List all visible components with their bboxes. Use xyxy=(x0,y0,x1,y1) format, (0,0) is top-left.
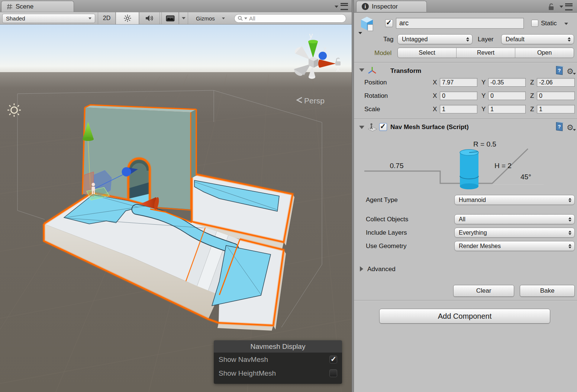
gizmos-label: Gizmos xyxy=(196,15,215,22)
axis-z-label: Z xyxy=(530,106,534,113)
scene-panel: Scene Shaded 2D xyxy=(0,0,352,392)
rotation-z-field[interactable]: 0 xyxy=(537,91,575,100)
diagram-radius-label: R = 0.5 xyxy=(473,140,496,148)
info-icon: i xyxy=(362,3,369,10)
show-navmesh-checkbox[interactable] xyxy=(329,356,337,363)
shading-mode-dropdown[interactable]: Shaded xyxy=(2,14,95,23)
inspector-menu[interactable] xyxy=(560,3,573,10)
show-heightmesh-checkbox[interactable] xyxy=(329,369,337,377)
lock-icon[interactable] xyxy=(548,3,554,10)
include-layers-label: Include Layers xyxy=(366,229,407,237)
navmesh-surface-icon xyxy=(367,123,378,132)
model-revert-button[interactable]: Revert xyxy=(457,48,515,58)
axis-z-label: Z xyxy=(530,92,534,100)
panel-dropdown-icon[interactable] xyxy=(335,6,338,8)
layer-label: Layer xyxy=(478,36,494,43)
scale-x-field[interactable]: 1 xyxy=(440,105,477,113)
active-checkbox[interactable] xyxy=(385,19,393,27)
axis-z-label: Z xyxy=(530,79,534,86)
advanced-label: Advanced xyxy=(367,266,396,273)
axis-x-label: X xyxy=(433,79,437,86)
scene-toolbar: Shaded 2D xyxy=(0,12,352,25)
speaker-icon xyxy=(145,15,154,22)
2d-label: 2D xyxy=(103,15,110,22)
effects-dropdown-button[interactable] xyxy=(179,12,188,24)
transform-title: Transform xyxy=(390,67,421,75)
projection-label[interactable]: Persp xyxy=(304,96,325,105)
search-scope-dropdown-icon[interactable] xyxy=(244,17,247,19)
include-layers-dropdown[interactable]: Everything xyxy=(454,228,575,238)
diagram-step-label: 0.75 xyxy=(390,162,404,170)
model-open-button[interactable]: Open xyxy=(515,48,574,58)
gear-icon[interactable]: ⚙ xyxy=(567,67,574,75)
bake-button[interactable]: Bake xyxy=(520,285,575,297)
scale-y-field[interactable]: 1 xyxy=(488,105,526,113)
scale-label: Scale xyxy=(364,106,380,113)
shading-mode-label: Shaded xyxy=(6,15,25,22)
include-layers-value: Everything xyxy=(459,229,487,236)
axis-y-label: Y xyxy=(481,92,486,100)
advanced-foldout[interactable] xyxy=(360,266,363,271)
transform-foldout[interactable] xyxy=(359,68,364,72)
scene-panel-menu[interactable] xyxy=(335,3,348,10)
search-icon xyxy=(238,16,243,21)
scale-z-field[interactable]: 1 xyxy=(537,105,575,113)
gizmos-dropdown[interactable]: Gizmos xyxy=(193,14,228,23)
axis-y-label: Y xyxy=(481,106,486,113)
scene-tab-label: Scene xyxy=(16,3,33,10)
help-icon[interactable]: ? xyxy=(555,65,564,75)
navmesh-surface-foldout[interactable] xyxy=(359,126,364,129)
use-geometry-dropdown[interactable]: Render Meshes xyxy=(454,241,575,251)
tab-scene[interactable]: Scene xyxy=(1,1,74,12)
model-label: Model xyxy=(374,49,391,57)
static-dropdown-icon[interactable] xyxy=(564,23,568,25)
static-label: Static xyxy=(541,20,557,27)
add-component-button[interactable]: Add Component xyxy=(379,309,550,324)
rotation-x-field[interactable]: 0 xyxy=(440,91,477,100)
scene-viewport[interactable]: y z x xyxy=(0,25,352,392)
toggle-2d-button[interactable]: 2D xyxy=(98,12,116,24)
static-checkbox[interactable] xyxy=(531,20,538,27)
axis-x-label: X xyxy=(433,106,437,113)
agent-type-dropdown[interactable]: Humanoid xyxy=(454,195,575,205)
gear-icon[interactable]: ⚙ xyxy=(567,123,574,131)
gameobject-name-input[interactable] xyxy=(396,18,524,29)
rotation-y-field[interactable]: 0 xyxy=(488,91,526,100)
agent-type-label: Agent Type xyxy=(366,196,398,204)
axis-y-label[interactable]: y xyxy=(309,31,313,39)
axis-z-label[interactable]: z xyxy=(323,45,327,53)
position-z-field[interactable]: -2.06 xyxy=(537,78,575,87)
position-x-field[interactable]: 7.97 xyxy=(440,78,477,87)
help-icon[interactable]: ? xyxy=(555,121,564,131)
clear-button[interactable]: Clear xyxy=(453,285,514,297)
navmesh-overlay-title: Navmesh Display xyxy=(214,340,342,353)
sun-icon xyxy=(123,14,132,22)
navmesh-display-overlay: Navmesh Display Show NavMesh Show Height… xyxy=(214,340,342,384)
layer-dropdown[interactable]: Default xyxy=(501,34,574,44)
agent-cylinder xyxy=(460,150,478,189)
audio-toggle-button[interactable] xyxy=(139,12,160,24)
lighting-toggle-button[interactable] xyxy=(116,12,139,24)
collect-objects-value: All xyxy=(459,216,465,223)
panel-menu-icon[interactable] xyxy=(341,3,348,10)
tag-dropdown[interactable]: Untagged xyxy=(397,34,473,44)
image-icon xyxy=(166,15,175,22)
effects-toggle-button[interactable] xyxy=(161,12,179,24)
search-input[interactable] xyxy=(248,15,335,22)
diagram-height-label: H = 2 xyxy=(494,162,512,170)
collect-objects-dropdown[interactable]: All xyxy=(454,214,575,224)
axis-x-label[interactable]: x xyxy=(336,64,340,73)
rotation-label: Rotation xyxy=(364,92,388,100)
transform-icon xyxy=(367,66,377,75)
use-geometry-value: Render Meshes xyxy=(459,243,501,250)
agent-settings-diagram: R = 0.5 0.75 H = 2 45° xyxy=(361,137,570,191)
inspector-panel: i Inspector Stat xyxy=(354,0,577,392)
navmesh-surface-enabled-checkbox[interactable] xyxy=(379,123,387,131)
gameobject-cube-icon[interactable] xyxy=(358,15,376,35)
scene-search-field[interactable] xyxy=(234,14,346,23)
model-select-button[interactable]: Select xyxy=(398,48,457,58)
tab-inspector[interactable]: i Inspector xyxy=(356,1,427,12)
position-y-field[interactable]: -0.35 xyxy=(488,78,526,87)
panel-dropdown-icon xyxy=(560,6,563,8)
panel-menu-icon xyxy=(565,3,573,10)
